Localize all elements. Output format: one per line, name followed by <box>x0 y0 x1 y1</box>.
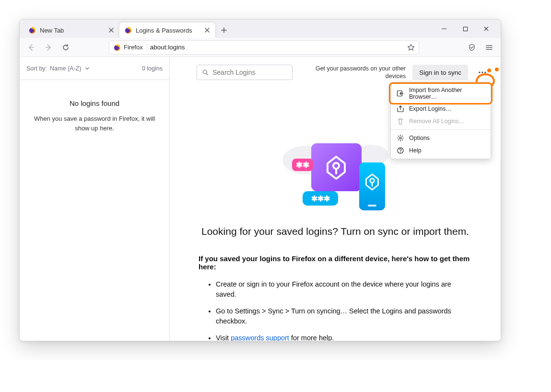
close-icon[interactable] <box>108 27 115 34</box>
svg-point-7 <box>484 71 486 73</box>
help-icon <box>397 147 404 154</box>
menu-remove-all-logins: Remove All Logins… <box>391 115 491 127</box>
reload-button[interactable] <box>58 40 73 55</box>
arrow-left-icon <box>27 44 35 51</box>
firefox-icon <box>124 26 132 34</box>
main-topbar: Search Logins Get your passwords on your… <box>170 64 501 81</box>
passwords-support-link[interactable]: passwords support <box>231 334 289 341</box>
menu-label: Help <box>409 147 422 154</box>
menu-options[interactable]: Options <box>391 132 491 144</box>
step-2: Go to Settings > Sync > Turn on syncing…… <box>216 306 472 326</box>
close-icon[interactable] <box>204 27 211 34</box>
svg-point-32 <box>501 102 501 106</box>
protections-button[interactable] <box>464 40 480 55</box>
svg-point-11 <box>400 152 401 153</box>
maximize-icon <box>463 26 468 32</box>
step-3: Visit passwords support for more help. <box>216 333 472 341</box>
arrow-right-icon <box>45 44 52 51</box>
svg-point-5 <box>479 71 480 73</box>
svg-point-6 <box>481 71 483 73</box>
menu-export-logins[interactable]: Export Logins… <box>391 103 491 115</box>
steps-list: Create or sign in to your Firefox accoun… <box>199 279 472 341</box>
tab-label: New Tab <box>40 27 104 34</box>
lockwise-illustration: ✱✱ ✱✱✱ <box>278 134 393 215</box>
more-menu-button[interactable] <box>475 65 490 80</box>
tab-new-tab[interactable]: New Tab <box>23 23 119 38</box>
svg-text:✱✱✱: ✱✱✱ <box>311 195 330 203</box>
svg-rect-23 <box>368 205 376 207</box>
app-menu-button[interactable] <box>481 40 497 55</box>
trash-icon <box>397 117 404 125</box>
menu-separator <box>391 129 491 130</box>
import-icon <box>397 90 404 97</box>
menu-help[interactable]: Help <box>391 144 491 157</box>
menu-label: Options <box>409 135 430 141</box>
menu-import-from-browser[interactable]: Import from Another Browser… <box>391 84 491 103</box>
sort-label: Sort by: <box>26 65 47 72</box>
tab-strip: New Tab Logins & Passwords <box>20 20 501 38</box>
window-controls <box>434 20 497 38</box>
sort-row: Sort by: Name (A-Z) 0 logins <box>20 57 169 80</box>
lead-text: If you saved your logins to Firefox on a… <box>199 254 472 271</box>
bookmark-star-icon[interactable] <box>407 44 415 51</box>
search-icon <box>202 69 209 76</box>
url-bar[interactable]: Firefox about:logins <box>109 40 419 55</box>
svg-point-9 <box>399 137 401 139</box>
search-placeholder: Search Logins <box>212 69 256 76</box>
intro-text: Looking for your saved logins? Turn on s… <box>170 226 501 341</box>
menu-label: Import from Another Browser… <box>409 87 485 100</box>
tab-label: Logins & Passwords <box>136 27 200 34</box>
headline: Looking for your saved logins? Turn on s… <box>199 226 472 237</box>
main-panel: Search Logins Get your passwords on your… <box>170 57 501 341</box>
identity-box[interactable]: Firefox <box>113 44 147 51</box>
url-text: about:logins <box>150 44 404 51</box>
hamburger-icon <box>485 44 493 51</box>
menu-label: Remove All Logins… <box>409 118 465 125</box>
svg-rect-15 <box>311 143 362 191</box>
content-area: Sort by: Name (A-Z) 0 logins No logins f… <box>20 57 501 341</box>
gear-icon <box>397 134 404 142</box>
signin-label: Sign in to sync <box>419 69 461 76</box>
identity-label: Firefox <box>124 44 143 51</box>
export-icon <box>397 105 404 113</box>
empty-text: When you save a password in Firefox, it … <box>33 114 156 133</box>
sign-in-to-sync-button[interactable]: Sign in to sync <box>412 65 468 80</box>
new-tab-button[interactable] <box>217 23 231 37</box>
login-count: 0 logins <box>142 65 163 72</box>
maximize-button[interactable] <box>455 20 476 38</box>
empty-state: No logins found When you save a password… <box>20 80 169 133</box>
shield-icon <box>468 44 476 51</box>
menu-label: Export Logins… <box>409 105 452 112</box>
minimize-icon <box>441 26 447 32</box>
svg-text:✱✱: ✱✱ <box>296 161 309 170</box>
firefox-icon <box>28 26 36 34</box>
firefox-icon <box>113 44 121 51</box>
forward-button[interactable] <box>41 40 56 55</box>
login-list-sidebar: Sort by: Name (A-Z) 0 logins No logins f… <box>20 57 170 341</box>
plus-icon <box>221 27 227 34</box>
toolbar: Firefox about:logins <box>20 38 501 57</box>
browser-window: New Tab Logins & Passwords <box>19 19 501 341</box>
sort-select[interactable]: Name (A-Z) <box>50 65 90 72</box>
minimize-button[interactable] <box>434 20 455 38</box>
more-menu-dropdown: Import from Another Browser… Export Logi… <box>390 82 491 159</box>
sync-hint-text: Get your passwords on your other devices <box>305 65 406 81</box>
close-icon <box>483 26 489 32</box>
reload-icon <box>62 44 70 51</box>
svg-rect-2 <box>463 27 467 31</box>
back-button[interactable] <box>23 40 39 55</box>
empty-title: No logins found <box>33 99 156 107</box>
ellipsis-icon <box>479 71 486 73</box>
step-1: Create or sign in to your Firefox accoun… <box>216 279 472 300</box>
tab-logins[interactable]: Logins & Passwords <box>119 23 215 38</box>
close-window-button[interactable] <box>476 20 497 38</box>
chevron-down-icon <box>85 66 90 71</box>
search-input[interactable]: Search Logins <box>197 65 293 80</box>
sort-value: Name (A-Z) <box>50 65 81 72</box>
